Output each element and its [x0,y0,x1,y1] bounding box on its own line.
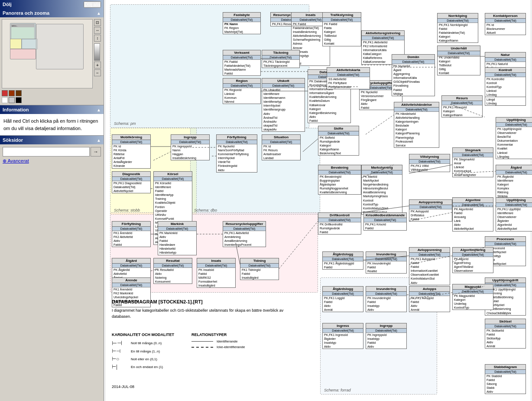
table-magpunkt-sub: Datakvalitet(Tid) [453,290,493,294]
table-kontroll-row4: Länkod [485,89,526,93]
thumbnail-area[interactable]: tables... [2,19,93,88]
table-ingrepp[interactable]: Ingrepp Datakvalitet(Tid) PK IngreppsId … [171,134,210,160]
table-avlopp3-sub: Datakvalitet(Tid) [323,292,363,296]
table-norrkoping[interactable]: Norrköping Datakvalitet(Tid) PK,FK1 Norr… [437,13,478,43]
table-avlopp3[interactable]: Åtgärdslogg Datakvalitet(Tid) PK,FK1 Log… [322,286,363,312]
table-po-tidning[interactable]: Tidning Datakvalitet(Tid) FK1 TidningId … [240,258,279,280]
search-header: Söksidor ▲ [0,136,104,144]
hide-all-button[interactable]: Dölj alla [84,1,101,8]
table-kontaktperson[interactable]: Kontaktperson Datakvalitet(Tid) PK Id Bl… [485,13,526,35]
table-avlopp2-row3: Faktid [409,265,450,269]
table-doman[interactable]: Domän Datakvalitet(Tid) PK NyckelId Ägar… [392,54,435,96]
table-avlopp2[interactable]: Avloppsrening Datakvalitet(Tid) PK,FK1 A… [409,247,450,285]
table-situation[interactable]: Situation Datakvalitet(Tid) PK Id FK Res… [262,134,301,160]
table-avlopp[interactable]: Avloppsrening Datakvalitet(Tid) PK Avlop… [409,199,452,222]
advanced-search-link[interactable]: ⊕ Avancerat [3,158,101,164]
schema-pm-label: Schema: pm [114,121,136,126]
table-skötsel-row5: Anmäl [485,344,526,348]
pan-zoom-arrow[interactable]: ▲ [97,11,101,16]
table-skifte[interactable]: Skifte Datakvalitet(Tid) PK SkifteId Rum… [318,126,359,156]
table-skötsel[interactable]: Skötsel Datakvalitet(Tid) PK SkötselId F… [485,319,526,349]
table-krisomed[interactable]: KrisoMedbestämmande Datakvalitet(Tid) PK… [363,212,407,231]
table-uppf2[interactable]: Uppföljning Datakvalitet(Tid) PK,FK1 Upp… [496,197,532,231]
table-avlopp2-sub: Datakvalitet(Tid) [409,253,450,257]
color-red[interactable] [2,90,8,96]
table-po-insats[interactable]: Insats Datakvalitet(Tid) PK InsatsId Fak… [197,258,236,288]
table-algoritmi[interactable]: Algoritmi Datakvalitet(Tid) PK Algoritmi… [452,197,493,231]
table-ingress[interactable]: Ingress Datakvalitet(Tid) PK,FK1 Ingress… [322,323,363,349]
table-stabbdiagram-row5: Aktiv [485,390,526,394]
table-ingrepp2[interactable]: Ingrepp Datakvalitet(Tid) PK IngreppsId … [366,323,407,349]
color-gray[interactable] [9,97,15,103]
table-aktivitetskarta[interactable]: Aktivitetskarta Datakvalitet(Tid) SS Akt… [327,67,370,89]
table-viltstyrning[interactable]: Viltstyrning Datakvalitet(Tid) PK,FK1 Vi… [409,154,450,172]
table-magpunkt[interactable]: Magpunkt Datakvalitet(Tid) PK MagpunktId… [452,284,493,310]
table-driftkontroll[interactable]: Driftkontroll Datakvalitet(Tid) PK Drift… [318,212,361,235]
table-aktivitetshändelse-row3: Kategoriseringen [394,120,439,124]
table-algoritmi2[interactable]: Algoritmiföring Datakvalitet(Tid) PK Alg… [452,247,493,273]
table-po-forflyttning[interactable]: Förflyttning Datakvalitet(Tid) FK1 Ärend… [112,221,151,247]
table-forflyttning[interactable]: Förflyttning Datakvalitet(Tid) PK Nyckel… [216,134,257,173]
table-underhall[interactable]: Underhåll Datakvalitet(Tid) PK Underhåll… [437,46,480,75]
table-markink-header: Markink [158,222,196,227]
table-algoritmi-row4: Länk [453,219,493,223]
table-namnd[interactable]: Region Datakvalitet(Tid) PK RegionId Län… [223,78,261,104]
color-white[interactable] [2,97,8,103]
table-trafikstyrning[interactable]: Trafikstyrning Datakvalitet(Tid) PK Fakt… [322,12,361,46]
zoom-height-button[interactable]: ↕ [94,35,101,42]
table-markink[interactable]: Markink Datakvalitet(Tid) PK MarkinkId A… [158,221,197,255]
table-atgard[interactable]: Åtgärd Datakvalitet(Tid) PK ÅtgärdId Ide… [496,165,532,199]
zoom-out-button[interactable]: − [94,69,101,76]
table-uppf2-row5: AlgoritmiId [496,223,532,227]
table-resultat-row4: Konsument [154,280,192,284]
table-uppfolj[interactable]: Uppföljning Datakvalitet(Tid) PK Uppfölj… [496,117,532,159]
table-kontroll-row5: Löndag [485,93,526,97]
main-area[interactable]: Schema: pm Schema: stobb Schema: dbo Sch… [104,0,532,401]
table-avlopp4[interactable]: Avlopps Datakvalitet(Tid) PK,FK1 AvloppI… [409,286,450,312]
table-po-forflyttning-row1: FK1 ÄrendeId [112,231,150,235]
table-verksamt[interactable]: Verksamt Datakvalitet(Tid) PK Faktid Fak… [223,50,261,76]
table-uppfolj-row8: Långdag [496,155,532,159]
table-verksamt-row4: Faktid [223,72,260,75]
crow-optional-icon: ⊢○ [112,356,127,362]
search-arrow[interactable]: ▲ [97,138,101,143]
info-label: Information [3,107,29,112]
table-ressys[interactable]: Resursnyckeluppgifter Datakvalitet(Tid) … [223,221,266,247]
table-aktivitetshändelse[interactable]: Aktivitetshändelse Datakvalitet(Tid) PK … [394,102,439,148]
table-mobilkorning[interactable]: Mobilkörning Datakvalitet(Tid) PK Id FK … [112,134,151,169]
table-bevakning[interactable]: Bevakning Datakvalitet(Tid) PK Bevakning… [318,165,361,195]
table-stegmark[interactable]: Stegmark Datakvalitet(Tid) PK StegmarkId… [452,147,493,177]
table-resultat[interactable]: Resultat Datakvalitet(Tid) PK ResultatId… [153,258,192,284]
zoom-width-button[interactable]: ↔ [94,27,101,34]
table-resurs[interactable]: Resurs Datakvalitet(Tid) PK,FK1 ResursId… [441,95,483,117]
table-po-forflyttning-row4: Faktid [112,243,150,247]
color-brown[interactable] [16,90,22,96]
diagram-scroll[interactable]: Schema: pm Schema: stobb Schema: dbo Sch… [104,0,532,401]
table-utskott-row11: skapadAv [262,127,305,131]
table-forrad-uppf[interactable]: Åtgärdslogg Datakvalitet(Tid) PK,FK1 Åtg… [322,251,363,270]
diagram-title-block: DATABASDIAGRAM [STOCKEN2-1].[RT] I diagr… [112,299,302,389]
table-markink-row5: Händelsetid [158,247,196,251]
info-arrow[interactable]: ▲ [97,108,101,112]
table-verksamt-row3: MarknadsNamn [223,68,260,72]
table-fastabyte[interactable]: Fastabyte Datakvalitet(Tid) PK Namn FK R… [223,12,261,34]
color-darkred[interactable] [9,90,15,96]
table-korsel-row10: KomrselPunkt [154,217,192,221]
table-stabbdiagram[interactable]: Stabbdiagram Datakvalitet(Tid) PK StabbI… [485,364,526,394]
search-button[interactable]: → [91,147,101,156]
color-black[interactable] [16,97,22,103]
table-diagnostik[interactable]: Diagnostik Datakvalitet(Tid) PK,FK1 Diag… [112,171,151,193]
table-situation-row1: PK Id [262,144,300,148]
table-markstyrning[interactable]: Markstyrning Datakvalitet(Tid) PK MarkId… [361,165,402,215]
search-input[interactable] [3,147,90,156]
table-markstyrning-row9: KontrolldatumStart [362,206,402,210]
table-invundering[interactable]: Invundering Datakvalitet(Tid) PK Invunde… [366,251,407,274]
table-tackning[interactable]: Täckning Datakvalitet(Tid) PK,FK1 Täckni… [262,50,300,68]
zoom-page-button[interactable]: ⊡ [94,19,101,26]
zoom-in-button[interactable]: + [94,62,101,68]
table-invundering2[interactable]: Invundering Datakvalitet(Tid) PK Invunde… [366,286,407,312]
zoom-slider[interactable] [94,43,100,61]
legend-cardinality: KARDINALITET OCH MODALITET ⊢⊣ Noll till … [112,333,174,372]
table-kontroll[interactable]: Kontroll Datakvalitet(Tid) PK KontrollId… [485,67,526,97]
table-utskott[interactable]: Utskott Datakvalitet(Tid) PK UtskottId I… [262,78,305,132]
